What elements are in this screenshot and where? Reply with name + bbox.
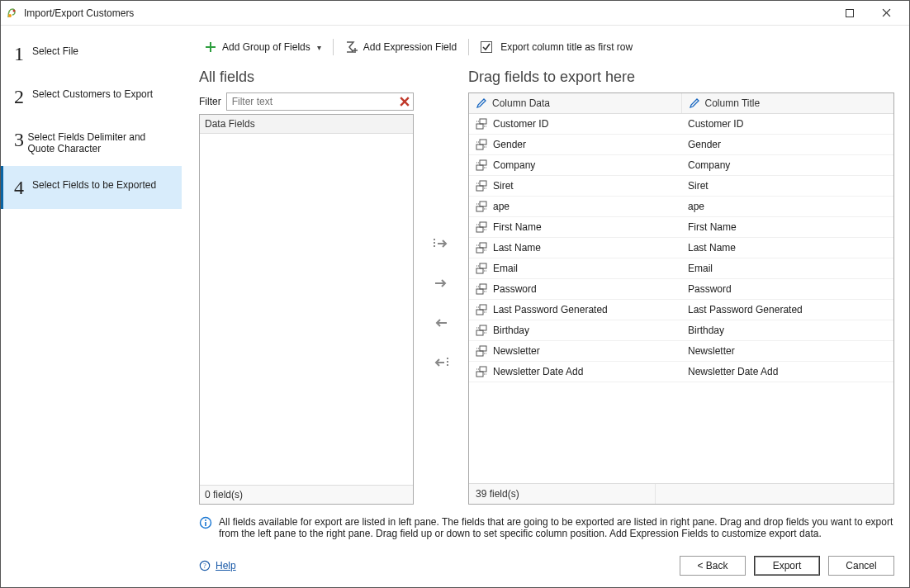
- back-button[interactable]: < Back: [680, 556, 746, 576]
- move-right-button[interactable]: [431, 273, 451, 293]
- cell-text: First Name: [493, 221, 542, 233]
- export-button[interactable]: Export: [754, 556, 820, 576]
- table-row[interactable]: BirthdayBirthday: [469, 320, 893, 341]
- cell-text: ape: [493, 201, 510, 212]
- cell-text: Email: [493, 263, 518, 274]
- cell-column-data: Gender: [469, 135, 681, 154]
- pencil-icon: [689, 97, 700, 109]
- grid-header: Column Data Column Title: [469, 93, 893, 114]
- move-all-right-button[interactable]: [431, 234, 451, 254]
- cell-column-title: Password: [681, 279, 893, 299]
- table-row[interactable]: PasswordPassword: [469, 279, 893, 300]
- field-icon: [476, 201, 487, 212]
- cell-column-title: Customer ID: [681, 114, 893, 134]
- cell-column-title: Company: [681, 155, 893, 175]
- field-icon: [476, 242, 487, 254]
- grid-footer-count: 39 field(s): [469, 484, 656, 504]
- field-icon: [476, 283, 487, 295]
- cell-column-title: Siret: [681, 176, 893, 196]
- window-title: Import/Export Customers: [24, 7, 832, 19]
- move-all-left-button[interactable]: [431, 353, 451, 372]
- table-row[interactable]: EmailEmail: [469, 258, 893, 279]
- svg-rect-45: [480, 284, 486, 289]
- cell-column-title: Newsletter Date Add: [681, 362, 893, 382]
- table-row[interactable]: SiretSiret: [469, 176, 893, 197]
- cell-text: Newsletter Date Add: [688, 366, 778, 377]
- plus-icon: [204, 40, 217, 54]
- info-icon: [199, 516, 212, 529]
- table-row[interactable]: apeape: [469, 197, 893, 217]
- svg-rect-22: [476, 165, 483, 170]
- step-2[interactable]: 2 Select Customers to Export: [1, 75, 182, 118]
- close-button[interactable]: [868, 2, 904, 25]
- step-3[interactable]: 3 Select Fields Delimiter and Quote Char…: [1, 118, 182, 166]
- step-4[interactable]: 4 Select Fields to be Exported: [1, 166, 182, 209]
- add-expression-label: Add Expression Field: [363, 41, 457, 53]
- cell-text: Company: [688, 159, 730, 171]
- svg-rect-30: [476, 206, 483, 211]
- cell-column-data: First Name: [469, 217, 681, 237]
- cancel-button[interactable]: Cancel: [828, 556, 894, 576]
- svg-rect-62: [476, 372, 483, 377]
- filter-label: Filter: [199, 96, 221, 107]
- column-title-header[interactable]: Column Title: [682, 93, 894, 113]
- table-row[interactable]: CompanyCompany: [469, 155, 893, 176]
- cell-text: Last Password Generated: [493, 304, 608, 315]
- step-1[interactable]: 1 Select File: [1, 32, 182, 75]
- sigma-plus-icon: [345, 40, 358, 54]
- svg-rect-17: [480, 140, 486, 145]
- export-first-row-checkbox[interactable]: Export column title as first row: [476, 39, 637, 55]
- grid-body[interactable]: Customer IDCustomer IDGenderGenderCompan…: [469, 114, 893, 483]
- cell-text: Customer ID: [688, 118, 743, 130]
- svg-rect-29: [480, 202, 486, 206]
- cell-text: ape: [688, 201, 704, 212]
- table-row[interactable]: Customer IDCustomer ID: [469, 114, 893, 135]
- export-fields-grid: Column Data Column Title Customer IDCust…: [468, 92, 894, 505]
- filter-input-wrap: [226, 92, 414, 111]
- app-icon: [6, 7, 19, 20]
- help-link[interactable]: ? Help: [199, 560, 236, 571]
- table-row[interactable]: NewsletterNewsletter: [469, 341, 893, 362]
- table-row[interactable]: GenderGender: [469, 135, 893, 155]
- add-group-label: Add Group of Fields: [222, 41, 310, 53]
- cell-column-title: Last Name: [681, 238, 893, 258]
- table-row[interactable]: First NameFirst Name: [469, 217, 893, 238]
- all-fields-group-header: Data Fields: [200, 115, 413, 134]
- toolbar: Add Group of Fields ▾ Add Expression Fie…: [199, 34, 894, 60]
- svg-rect-61: [480, 367, 486, 372]
- table-row[interactable]: Newsletter Date AddNewsletter Date Add: [469, 362, 893, 382]
- svg-point-0: [8, 14, 12, 17]
- step-label: Select Fields Delimiter and Quote Charac…: [28, 130, 173, 154]
- cell-column-data: Siret: [469, 176, 681, 196]
- pencil-icon: [476, 97, 487, 109]
- filter-input[interactable]: [227, 96, 396, 107]
- cell-text: Customer ID: [493, 118, 548, 130]
- column-data-header[interactable]: Column Data: [469, 93, 682, 113]
- maximize-button[interactable]: [832, 2, 868, 25]
- cell-text: First Name: [688, 221, 737, 233]
- field-icon: [476, 345, 487, 357]
- step-number: 4: [14, 178, 32, 197]
- field-icon: [476, 325, 487, 336]
- cell-column-title: Newsletter: [681, 341, 893, 361]
- svg-rect-13: [480, 119, 486, 124]
- field-icon: [476, 139, 487, 150]
- table-row[interactable]: Last Password GeneratedLast Password Gen…: [469, 300, 893, 320]
- step-number: 2: [14, 87, 32, 107]
- export-fields-heading: Drag fields to export here: [468, 69, 894, 86]
- step-label: Select File: [32, 44, 78, 57]
- cell-text: Gender: [688, 139, 721, 150]
- clear-filter-icon[interactable]: [396, 97, 413, 107]
- field-icon: [476, 221, 487, 233]
- filter-row: Filter: [199, 92, 414, 111]
- move-left-button[interactable]: [431, 313, 451, 333]
- column-title-label: Column Title: [705, 97, 761, 109]
- add-group-button[interactable]: Add Group of Fields ▾: [199, 38, 326, 56]
- info-row: All fields available for export are list…: [199, 516, 894, 539]
- separator: [333, 39, 334, 55]
- column-data-label: Column Data: [492, 97, 550, 109]
- add-expression-button[interactable]: Add Expression Field: [340, 38, 462, 56]
- table-row[interactable]: Last NameLast Name: [469, 238, 893, 258]
- all-fields-list[interactable]: Data Fields 0 field(s): [199, 114, 414, 505]
- cell-text: Siret: [493, 180, 514, 192]
